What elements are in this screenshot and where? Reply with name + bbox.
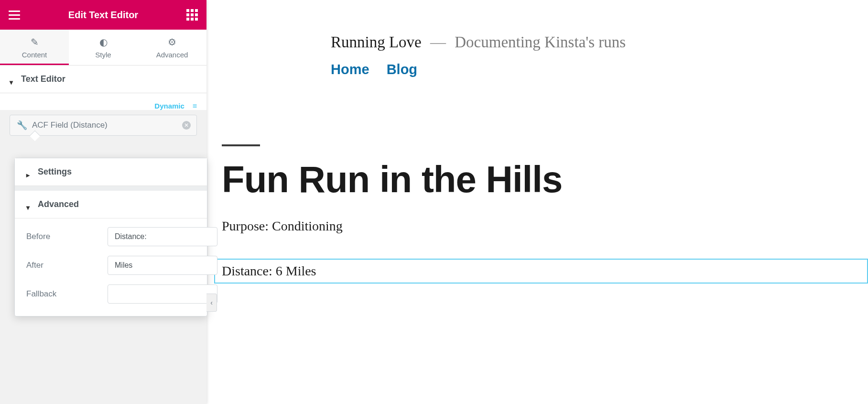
fallback-input[interactable] <box>108 284 217 304</box>
tab-style[interactable]: ◐ Style <box>69 30 138 65</box>
dash: — <box>425 33 451 51</box>
hamburger-icon[interactable] <box>9 9 20 21</box>
editor-topbar: Edit Text Editor <box>0 0 206 30</box>
tab-advanced[interactable]: ⚙ Advanced <box>138 30 206 65</box>
popover-arrow <box>30 131 41 142</box>
site-header: Running Love — Documenting Kinsta's runs <box>331 33 868 51</box>
collapse-panel-button[interactable]: ‹ <box>206 294 217 312</box>
after-label: After <box>26 261 98 270</box>
preview-pane: Running Love — Documenting Kinsta's runs… <box>206 0 868 404</box>
site-nav: Home Blog <box>331 62 868 77</box>
site-tagline: Documenting Kinsta's runs <box>455 33 626 51</box>
tab-label: Content <box>22 51 47 59</box>
caret-down-icon <box>26 202 31 207</box>
section-label: Text Editor <box>21 74 65 84</box>
pencil-icon: ✎ <box>0 36 69 48</box>
tab-label: Style <box>95 51 111 59</box>
tab-label: Advanced <box>156 51 188 59</box>
before-input[interactable] <box>108 227 217 246</box>
fallback-label: Fallback <box>26 289 98 299</box>
contrast-icon: ◐ <box>69 36 138 48</box>
section-text-editor[interactable]: Text Editor <box>0 66 206 93</box>
post-title: Fun Run in the Hills <box>222 158 868 201</box>
tab-content[interactable]: ✎ Content <box>0 30 69 65</box>
advanced-body: Before After Fallback <box>15 218 207 316</box>
caret-down-icon <box>10 77 14 82</box>
dynamic-settings-popover: Settings Advanced Before After Fallback <box>14 158 207 317</box>
section-label: Advanced <box>38 199 79 209</box>
wrench-icon: 🔧 <box>17 120 27 131</box>
editor-sidebar: Edit Text Editor ✎ Content ◐ Style ⚙ Adv… <box>0 0 206 404</box>
section-label: Settings <box>38 167 72 177</box>
site-title: Running Love <box>331 33 422 51</box>
gear-icon: ⚙ <box>138 36 206 48</box>
dynamic-label: Dynamic <box>154 102 184 110</box>
acf-field-label: ACF Field (Distance) <box>32 120 108 130</box>
dynamic-tag-field[interactable]: 🔧 ACF Field (Distance) ✕ <box>10 115 197 136</box>
distance-text: Distance: 6 Miles <box>222 263 860 279</box>
selected-widget-outline[interactable]: Distance: 6 Miles <box>214 259 868 284</box>
clear-icon[interactable]: ✕ <box>182 121 191 130</box>
elements-grid-icon[interactable] <box>186 9 198 21</box>
topbar-title: Edit Text Editor <box>68 10 138 21</box>
before-label: Before <box>26 232 98 241</box>
nav-blog-link[interactable]: Blog <box>387 62 417 77</box>
purpose-text: Purpose: Conditioning <box>222 218 868 234</box>
panel-tabs: ✎ Content ◐ Style ⚙ Advanced <box>0 30 206 66</box>
section-advanced[interactable]: Advanced <box>15 191 207 218</box>
caret-right-icon <box>26 170 31 175</box>
dynamic-toggle[interactable]: Dynamic <box>0 93 206 110</box>
divider <box>15 186 207 191</box>
nav-home-link[interactable]: Home <box>331 62 369 77</box>
section-settings[interactable]: Settings <box>15 158 207 186</box>
title-rule <box>222 144 260 146</box>
after-input[interactable] <box>108 256 217 275</box>
database-icon <box>190 102 197 109</box>
